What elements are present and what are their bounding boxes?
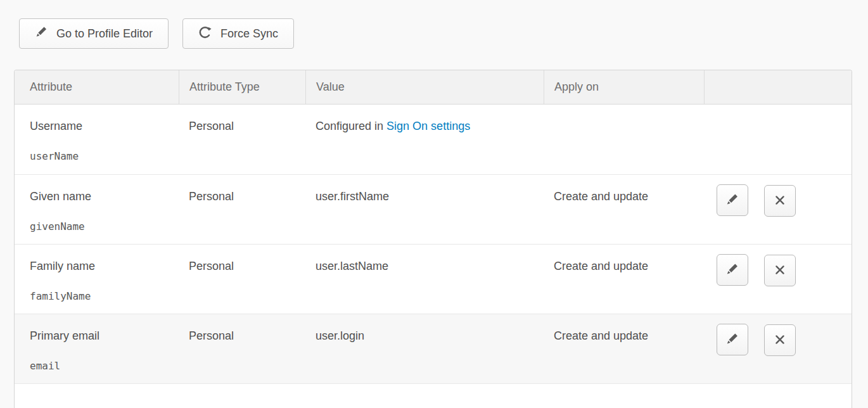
apply-on-cell: Create and update xyxy=(544,174,704,244)
column-header-apply-on: Apply on xyxy=(544,70,704,105)
value-cell: user.login xyxy=(305,314,544,383)
table-row: Given name givenName Personal user.first… xyxy=(15,174,852,244)
edit-attribute-button[interactable] xyxy=(717,254,748,286)
remove-attribute-button[interactable] xyxy=(764,185,796,217)
sign-on-settings-link[interactable]: Sign On settings xyxy=(386,120,470,132)
table-row: Family name familyName Personal user.las… xyxy=(15,244,852,314)
attribute-label: Given name xyxy=(30,190,169,203)
attribute-type-cell: Personal xyxy=(179,314,305,383)
remove-attribute-button[interactable] xyxy=(764,255,796,286)
value-cell: user.firstName xyxy=(305,174,544,244)
attribute-label: Family name xyxy=(30,260,169,273)
edit-attribute-button[interactable] xyxy=(717,324,748,355)
pencil-icon xyxy=(725,193,739,208)
table-row: Username userName Personal Configured in… xyxy=(15,105,852,174)
remove-attribute-button[interactable] xyxy=(764,324,796,356)
close-icon xyxy=(774,264,786,278)
pencil-icon xyxy=(35,25,48,42)
attribute-variable-name: familyName xyxy=(30,290,169,302)
go-to-profile-editor-label: Go to Profile Editor xyxy=(56,27,153,41)
close-icon xyxy=(774,333,786,348)
force-sync-button[interactable]: Force Sync xyxy=(182,18,294,49)
edit-attribute-button[interactable] xyxy=(717,184,748,216)
attribute-variable-name: email xyxy=(30,360,169,372)
table-row xyxy=(15,383,852,408)
column-header-attribute-type: Attribute Type xyxy=(179,70,305,105)
attribute-label: Username xyxy=(30,120,169,133)
refresh-icon xyxy=(198,25,212,42)
go-to-profile-editor-button[interactable]: Go to Profile Editor xyxy=(19,18,169,49)
column-header-actions xyxy=(704,70,852,105)
value-cell: Configured in Sign On settings xyxy=(305,105,544,174)
pencil-icon xyxy=(725,332,739,348)
value-cell: user.lastName xyxy=(305,244,544,314)
apply-on-cell: Create and update xyxy=(544,314,704,383)
attribute-variable-name: givenName xyxy=(30,220,169,233)
value-text: Configured in xyxy=(316,120,386,132)
toolbar: Go to Profile Editor Force Sync xyxy=(0,0,868,49)
table-row: Primary email email Personal user.login … xyxy=(15,314,852,383)
close-icon xyxy=(774,194,786,208)
force-sync-label: Force Sync xyxy=(220,27,278,41)
pencil-icon xyxy=(725,262,739,278)
attribute-variable-name: userName xyxy=(30,150,169,162)
apply-on-cell xyxy=(544,105,704,174)
attribute-mappings-table: Attribute Attribute Type Value Apply on … xyxy=(14,70,852,408)
attribute-type-cell: Personal xyxy=(179,174,305,244)
table-header: Attribute Attribute Type Value Apply on xyxy=(15,70,852,105)
attribute-type-cell: Personal xyxy=(179,244,305,314)
attribute-type-cell: Personal xyxy=(179,105,305,174)
column-header-value: Value xyxy=(305,70,544,105)
column-header-attribute: Attribute xyxy=(15,70,179,105)
attribute-label: Primary email xyxy=(30,329,169,343)
apply-on-cell: Create and update xyxy=(544,244,704,314)
